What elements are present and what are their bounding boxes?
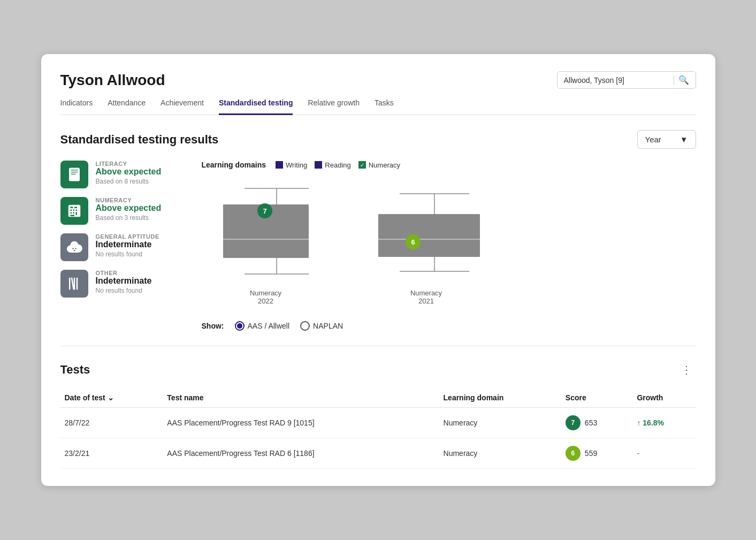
tab-standardised[interactable]: Standardised testing	[219, 98, 293, 115]
table-row: 28/7/22 AAS Placement/Progress Test RAD …	[60, 408, 696, 438]
score-cell-1: 7 653	[566, 415, 629, 430]
row1-date: 28/7/22	[60, 408, 163, 438]
other-icon-bg	[60, 270, 88, 298]
score-value-1: 653	[585, 419, 597, 427]
student-name: Tyson Allwood	[60, 72, 165, 89]
tests-thead: Date of test ⌄ Test name Learning domain…	[60, 388, 696, 408]
ld-writing[interactable]: Writing	[276, 161, 307, 169]
main-card: Tyson Allwood 🔍 Indicators Attendance Ac…	[41, 54, 715, 486]
chart-2021: 6 Numeracy 2021	[362, 178, 491, 305]
svg-point-2	[75, 248, 77, 249]
results-title: Standardised testing results	[60, 133, 219, 147]
chart-2022-label: Numeracy 2022	[250, 289, 281, 305]
year-dropdown-label: Year	[645, 135, 661, 144]
category-aptitude: GENERAL APTITUDE Indeterminate No result…	[60, 233, 189, 261]
ld-numeracy[interactable]: ✓ Numeracy	[358, 161, 400, 169]
reading-checkbox[interactable]	[315, 161, 322, 169]
col-name: Test name	[163, 388, 439, 408]
col-date[interactable]: Date of test ⌄	[60, 388, 163, 408]
aptitude-sub: No results found	[96, 250, 159, 258]
chart-2022: 7 Numeracy 2022	[202, 178, 330, 305]
radio-aas-circle[interactable]	[235, 321, 245, 331]
other-info: OTHER Indeterminate No results found	[96, 270, 152, 294]
tests-header: Tests ⋮	[60, 361, 696, 378]
sort-icon: ⌄	[108, 393, 114, 402]
literacy-status: Above expected	[96, 167, 162, 177]
show-row: Show: AAS / Allwell NAPLAN	[202, 321, 696, 331]
cloud-icon	[66, 239, 82, 255]
growth-value-2: -	[637, 449, 639, 458]
chart-2021-label: Numeracy 2021	[410, 289, 442, 305]
book-icon	[66, 166, 82, 182]
tests-table: Date of test ⌄ Test name Learning domain…	[60, 388, 696, 469]
svg-rect-13	[378, 214, 480, 257]
category-numeracy: NUMERACY Above expected Based on 3 resul…	[60, 197, 189, 225]
tests-header-row: Date of test ⌄ Test name Learning domain…	[60, 388, 696, 408]
svg-text:7: 7	[263, 207, 266, 215]
other-status: Indeterminate	[96, 276, 152, 286]
row2-date: 23/2/21	[60, 438, 163, 469]
categories-column: LITERACY Above expected Based on 8 resul…	[60, 161, 189, 331]
svg-point-0	[72, 248, 74, 249]
literacy-label: LITERACY	[96, 161, 162, 167]
tab-indicators[interactable]: Indicators	[60, 98, 93, 115]
boxplot-2022: 7	[202, 178, 330, 285]
row1-score: 7 653	[561, 408, 633, 438]
ld-legend: Writing Reading ✓ Numeracy	[276, 161, 400, 169]
chart-area: Learning domains Writing Reading ✓	[202, 161, 696, 331]
search-icon[interactable]: 🔍	[678, 75, 689, 85]
svg-point-1	[73, 250, 75, 252]
row1-name: AAS Placement/Progress Test RAD 9 [1015]	[163, 408, 439, 438]
score-cell-2: 6 559	[566, 446, 629, 461]
tab-attendance[interactable]: Attendance	[108, 98, 146, 115]
numeracy-status: Above expected	[96, 203, 162, 213]
numeracy-icon-bg	[60, 197, 88, 225]
col-score: Score	[561, 388, 633, 408]
calculator-icon	[66, 203, 82, 219]
numeracy-info: NUMERACY Above expected Based on 3 resul…	[96, 197, 162, 222]
charts-row: 7 Numeracy 2022	[202, 178, 696, 305]
tab-achievement[interactable]: Achievement	[161, 98, 204, 115]
aptitude-status: Indeterminate	[96, 240, 159, 249]
section-divider	[60, 346, 696, 346]
row2-name: AAS Placement/Progress Test RAD 6 [1186]	[163, 438, 439, 469]
growth-value-1: ↑ 16.8%	[637, 419, 664, 427]
ld-reading[interactable]: Reading	[315, 161, 350, 169]
check-icon: ✓	[360, 162, 364, 168]
search-box[interactable]: 🔍	[557, 71, 696, 89]
literacy-icon-bg	[60, 161, 88, 188]
numeracy-label: Numeracy	[369, 161, 400, 169]
row2-score: 6 559	[561, 438, 633, 469]
tests-title: Tests	[60, 363, 90, 377]
score-badge-1: 7	[566, 415, 581, 430]
score-badge-2: 6	[566, 446, 581, 461]
show-label: Show:	[202, 322, 224, 330]
aptitude-icon-bg	[60, 233, 88, 261]
search-input[interactable]	[564, 76, 669, 85]
table-row: 23/2/21 AAS Placement/Progress Test RAD …	[60, 438, 696, 469]
radio-aas[interactable]: AAS / Allwell	[235, 321, 290, 331]
learning-domains-title: Learning domains	[202, 161, 266, 169]
radio-naplan-circle[interactable]	[300, 321, 310, 331]
tests-section: Tests ⋮ Date of test ⌄ Test name Learnin…	[60, 361, 696, 469]
svg-text:6: 6	[411, 238, 415, 246]
books-icon	[66, 276, 82, 292]
numeracy-sub: Based on 3 results	[96, 214, 162, 222]
nav-tabs: Indicators Attendance Achievement Standa…	[60, 98, 696, 115]
row1-domain: Numeracy	[439, 408, 561, 438]
search-divider	[674, 75, 674, 85]
tab-relative[interactable]: Relative growth	[308, 98, 360, 115]
three-dots-menu[interactable]: ⋮	[677, 361, 696, 378]
writing-checkbox[interactable]	[276, 161, 283, 169]
category-other: OTHER Indeterminate No results found	[60, 270, 189, 298]
radio-naplan[interactable]: NAPLAN	[300, 321, 343, 331]
year-dropdown[interactable]: Year ▼	[637, 130, 696, 149]
col-domain: Learning domain	[439, 388, 561, 408]
numeracy-checkbox[interactable]: ✓	[358, 161, 366, 169]
writing-label: Writing	[286, 161, 307, 169]
tests-tbody: 28/7/22 AAS Placement/Progress Test RAD …	[60, 408, 696, 469]
row1-growth: ↑ 16.8%	[632, 408, 696, 438]
tab-tasks[interactable]: Tasks	[375, 98, 394, 115]
literacy-info: LITERACY Above expected Based on 8 resul…	[96, 161, 162, 185]
aptitude-label: GENERAL APTITUDE	[96, 233, 159, 240]
